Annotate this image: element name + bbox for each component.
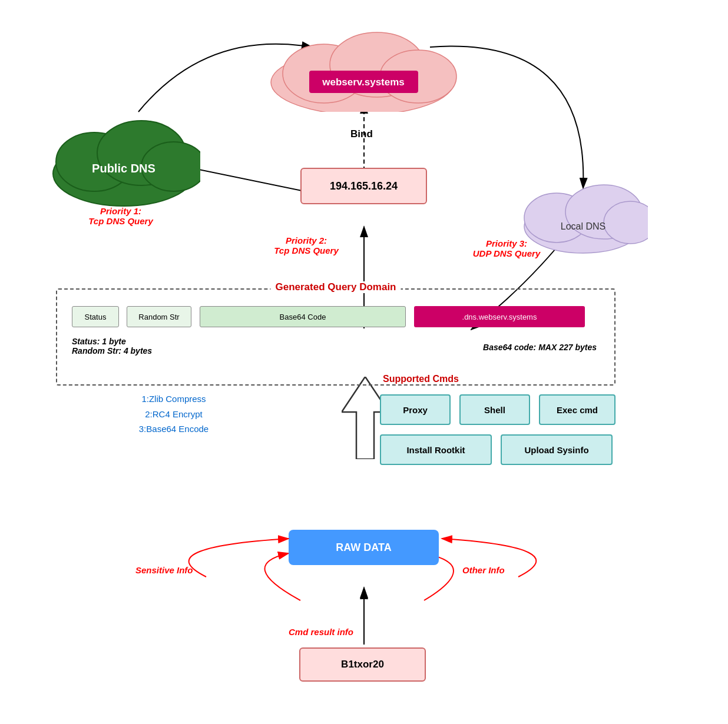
ip-box: 194.165.16.24 [300, 168, 427, 204]
priority1-label: Priority 1: Tcp DNS Query [68, 206, 174, 226]
seg-dns-suffix: .dns.webserv.systems [414, 306, 585, 327]
cmd-shell[interactable]: Shell [459, 394, 530, 425]
base64-note: Base64 code: MAX 227 bytes [483, 343, 597, 352]
supported-cmds-label: Supported Cmds [383, 374, 459, 384]
svg-text:Local DNS: Local DNS [561, 221, 605, 231]
public-dns-cloud: Public DNS [47, 103, 200, 209]
cmd-proxy[interactable]: Proxy [380, 394, 451, 425]
cmd-upload-sysinfo[interactable]: Upload Sysinfo [501, 434, 613, 465]
arcs-svg [0, 512, 728, 642]
status-note: Status: 1 byte Random Str: 4 bytes [72, 337, 152, 356]
query-domain-box: Generated Query Domain Status Random Str… [56, 288, 616, 386]
priority3-label: Priority 3: UDP DNS Query [448, 238, 565, 258]
b1txor20-box: B1txor20 [299, 647, 426, 682]
seg-base64: Base64 Code [200, 306, 406, 327]
seg-status: Status [72, 306, 119, 327]
compress-steps: 1:Zlib Compress 2:RC4 Encrypt 3:Base64 E… [109, 391, 239, 437]
svg-text:Public DNS: Public DNS [92, 162, 155, 175]
diagram: webserv.systems Public DNS Local DNS Bin… [0, 0, 728, 724]
webserv-cloud: webserv.systems [259, 18, 465, 112]
cmd-install-rootkit[interactable]: Install Rootkit [380, 434, 492, 465]
cmd-exec[interactable]: Exec cmd [539, 394, 616, 425]
svg-text:webserv.systems: webserv.systems [322, 77, 405, 88]
bind-label: Bind [350, 128, 373, 140]
query-domain-title: Generated Query Domain [270, 281, 401, 293]
seg-random: Random Str [127, 306, 191, 327]
priority2-label: Priority 2: Tcp DNS Query [253, 235, 359, 255]
